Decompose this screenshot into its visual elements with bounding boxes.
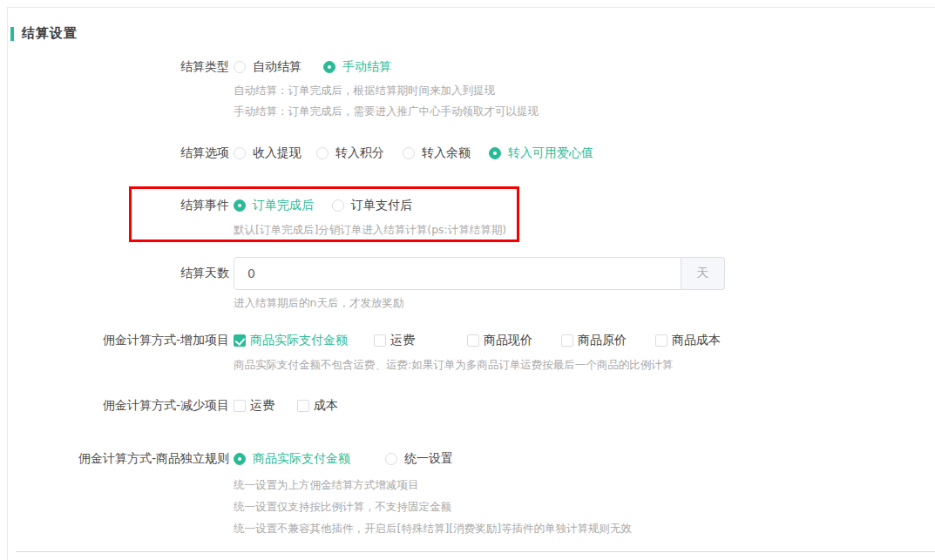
row-commission-item-rule: 佣金计算方式-商品独立规则 商品实际支付金额 统一设置	[0, 450, 935, 468]
checkbox-original-price[interactable]: 商品原价	[561, 333, 627, 348]
section-title: 结算设置	[10, 25, 78, 42]
settle-days-input-group: 天	[234, 257, 725, 290]
checkbox-icon[interactable]	[297, 400, 309, 412]
settle-event-options: 订单完成后 订单支付后	[234, 198, 412, 213]
commission-sub-options: 运费 成本	[234, 398, 338, 414]
radio-selected-icon[interactable]	[489, 147, 501, 159]
checkbox-icon[interactable]	[467, 334, 479, 347]
checkbox-icon[interactable]	[374, 334, 386, 347]
commission-item-rule-help: 统一设置为上方佣金结算方式增减项目 统一设置仅支持按比例计算，不支持固定金额 统…	[234, 474, 632, 539]
radio-selected-icon[interactable]	[323, 61, 335, 73]
checkbox-icon[interactable]	[234, 400, 246, 412]
settle-days-unit: 天	[681, 257, 725, 290]
settle-type-help: 自动结算：订单完成后，根据结算期时间来加入到提现 手动结算：订单完成后，需要进入…	[234, 80, 539, 122]
row-settle-type: 结算类型 自动结算 手动结算	[0, 58, 935, 76]
radio-item-actual-paid[interactable]: 商品实际支付金额	[234, 451, 350, 467]
radio-to-points[interactable]: 转入积分	[316, 145, 384, 161]
settle-event-label: 结算事件	[0, 198, 229, 213]
row-settle-event: 结算事件 订单完成后 订单支付后	[0, 197, 935, 214]
commission-add-help: 商品实际支付金额不包含运费、运费:如果订单为多商品订单运费按最后一个商品的比例计…	[234, 354, 673, 375]
row-settle-days: 结算天数 天	[0, 257, 935, 290]
radio-order-paid[interactable]: 订单支付后	[332, 198, 412, 213]
commission-item-rule-options: 商品实际支付金额 统一设置	[234, 451, 453, 467]
radio-manual-settle[interactable]: 手动结算	[323, 59, 391, 75]
radio-to-love-value[interactable]: 转入可用爱心值	[489, 145, 593, 161]
checkbox-shipping-fee[interactable]: 运费	[374, 333, 415, 348]
radio-selected-icon[interactable]	[234, 453, 246, 465]
radio-order-completed[interactable]: 订单完成后	[234, 198, 314, 213]
checkbox-icon[interactable]	[561, 334, 573, 347]
row-commission-sub: 佣金计算方式-减少项目 运费 成本	[0, 397, 935, 415]
checkbox-actual-paid-amount[interactable]: 商品实际支付金额	[234, 333, 348, 348]
settle-event-help: 默认[订单完成后]分销订单进入结算计算(ps:计算结算期)	[234, 219, 506, 240]
commission-add-label: 佣金计算方式-增加项目	[0, 333, 229, 348]
settle-option-options: 收入提现 转入积分 转入余额 转入可用爱心值	[234, 145, 593, 161]
checkbox-icon[interactable]	[655, 334, 667, 347]
settlement-settings-page: 结算设置 结算类型 自动结算 手动结算 自动结算：订单完成后，根据结算期时间来加…	[0, 0, 935, 560]
checkbox-sub-shipping-fee[interactable]: 运费	[234, 398, 274, 414]
radio-icon[interactable]	[385, 453, 397, 465]
radio-unified-setting[interactable]: 统一设置	[385, 451, 453, 467]
radio-to-balance[interactable]: 转入余额	[403, 145, 471, 161]
checkbox-current-price[interactable]: 商品现价	[467, 333, 532, 348]
settle-days-help: 进入结算期后的n天后，才发放奖励	[234, 293, 403, 314]
row-settle-option: 结算选项 收入提现 转入积分 转入余额 转入可用爱心值	[0, 145, 935, 162]
radio-icon[interactable]	[403, 147, 415, 159]
settle-days-input[interactable]	[234, 257, 681, 290]
settle-option-label: 结算选项	[0, 145, 229, 161]
checkbox-goods-cost[interactable]: 商品成本	[655, 333, 721, 348]
commission-item-rule-label: 佣金计算方式-商品独立规则	[0, 451, 229, 467]
checkbox-checked-icon[interactable]	[234, 334, 246, 347]
bottom-divider	[16, 551, 935, 552]
settle-type-label: 结算类型	[0, 59, 229, 75]
settle-days-label: 结算天数	[0, 266, 229, 281]
radio-icon[interactable]	[316, 147, 329, 159]
row-commission-add: 佣金计算方式-增加项目 商品实际支付金额 运费 商品现价 商品原价 商品成本	[0, 332, 935, 349]
radio-auto-settle[interactable]: 自动结算	[234, 59, 302, 75]
radio-icon[interactable]	[332, 199, 344, 212]
section-title-bar	[10, 27, 14, 41]
section-title-text: 结算设置	[22, 25, 78, 42]
radio-income-withdraw[interactable]: 收入提现	[234, 145, 302, 161]
commission-sub-label: 佣金计算方式-减少项目	[0, 398, 229, 414]
radio-icon[interactable]	[234, 61, 246, 73]
radio-icon[interactable]	[234, 147, 246, 159]
settle-type-options: 自动结算 手动结算	[234, 59, 391, 75]
checkbox-sub-cost[interactable]: 成本	[297, 398, 338, 414]
commission-add-options: 商品实际支付金额 运费 商品现价 商品原价 商品成本	[234, 333, 721, 348]
radio-selected-icon[interactable]	[234, 199, 246, 212]
